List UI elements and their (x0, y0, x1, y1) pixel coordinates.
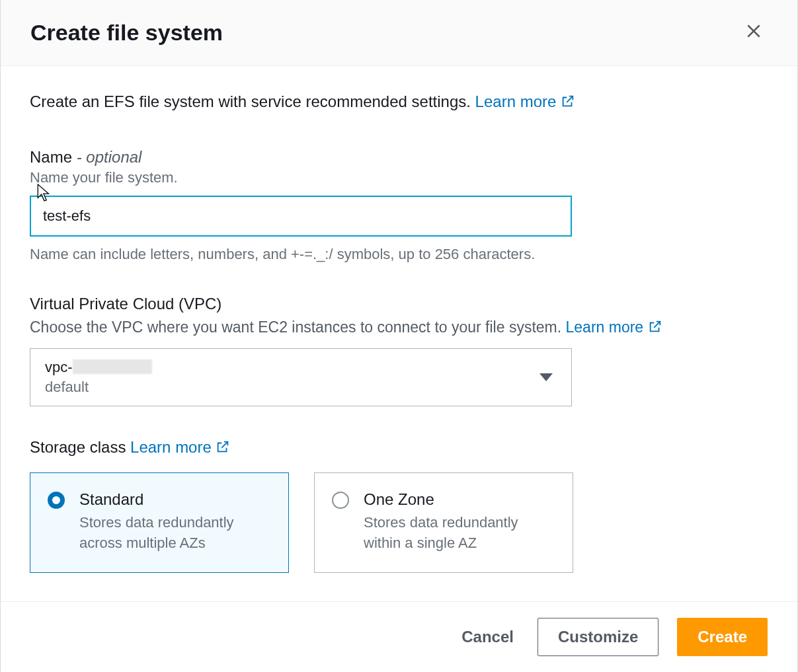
external-link-icon (648, 319, 662, 338)
intro-text-line: Create an EFS file system with service r… (30, 93, 768, 112)
close-icon (745, 22, 762, 40)
name-input[interactable] (30, 196, 572, 237)
radio-icon (48, 492, 65, 509)
cancel-button[interactable]: Cancel (456, 621, 519, 653)
name-section: Name - optional Name your file system. N… (30, 148, 768, 263)
intro-text: Create an EFS file system with service r… (30, 93, 475, 110)
create-button[interactable]: Create (677, 618, 768, 656)
storage-tile-standard[interactable]: Standard Stores data redundantly across … (30, 472, 289, 573)
storage-section: Storage class Learn more Standard Stores… (30, 438, 768, 573)
vpc-id-prefix: vpc- (45, 359, 73, 375)
tile-desc: Stores data redundantly across multiple … (79, 513, 272, 554)
storage-learn-more-label: Learn more (130, 438, 212, 456)
modal-title: Create file system (30, 20, 223, 46)
vpc-sublabel-text: Choose the VPC where you want EC2 instan… (30, 318, 566, 336)
tile-title: Standard (79, 490, 272, 509)
vpc-id-redacted (73, 359, 152, 374)
storage-class-label: Storage class Learn more (30, 438, 768, 458)
vpc-selected-id: vpc- (45, 359, 152, 376)
storage-class-label-text: Storage class (30, 438, 130, 456)
vpc-learn-more-link[interactable]: Learn more (566, 318, 662, 336)
external-link-icon (216, 439, 230, 458)
name-label-text: Name (30, 148, 72, 166)
vpc-learn-more-label: Learn more (566, 318, 644, 336)
storage-class-tiles: Standard Stores data redundantly across … (30, 472, 768, 573)
vpc-sublabel: Choose the VPC where you want EC2 instan… (30, 318, 768, 338)
name-constraint: Name can include letters, numbers, and +… (30, 246, 768, 263)
vpc-label: Virtual Private Cloud (VPC) (30, 295, 768, 313)
modal-footer: Cancel Customize Create (1, 601, 797, 672)
tile-title: One Zone (364, 490, 557, 509)
modal-body: Create an EFS file system with service r… (1, 66, 797, 601)
tile-text: One Zone Stores data redundantly within … (364, 490, 557, 554)
intro-learn-more-label: Learn more (475, 93, 557, 110)
vpc-select[interactable]: vpc- default (30, 348, 572, 406)
tile-text: Standard Stores data redundantly across … (79, 490, 272, 554)
customize-button[interactable]: Customize (538, 618, 658, 656)
chevron-down-icon (539, 373, 553, 381)
vpc-section: Virtual Private Cloud (VPC) Choose the V… (30, 295, 768, 406)
intro-learn-more-link[interactable]: Learn more (475, 93, 575, 110)
storage-learn-more-link[interactable]: Learn more (130, 438, 230, 456)
radio-icon (332, 492, 349, 509)
create-file-system-modal: Create file system Create an EFS file sy… (0, 0, 798, 672)
vpc-selected-name: default (45, 379, 152, 396)
external-link-icon (561, 94, 575, 112)
tile-desc: Stores data redundantly within a single … (364, 513, 557, 554)
vpc-selected-value: vpc- default (45, 359, 152, 396)
name-optional-suffix: - optional (72, 148, 141, 166)
storage-tile-onezone[interactable]: One Zone Stores data redundantly within … (314, 472, 573, 573)
name-label: Name - optional (30, 148, 768, 167)
close-button[interactable] (740, 20, 768, 46)
modal-header: Create file system (1, 0, 797, 66)
name-sublabel: Name your file system. (30, 169, 768, 186)
